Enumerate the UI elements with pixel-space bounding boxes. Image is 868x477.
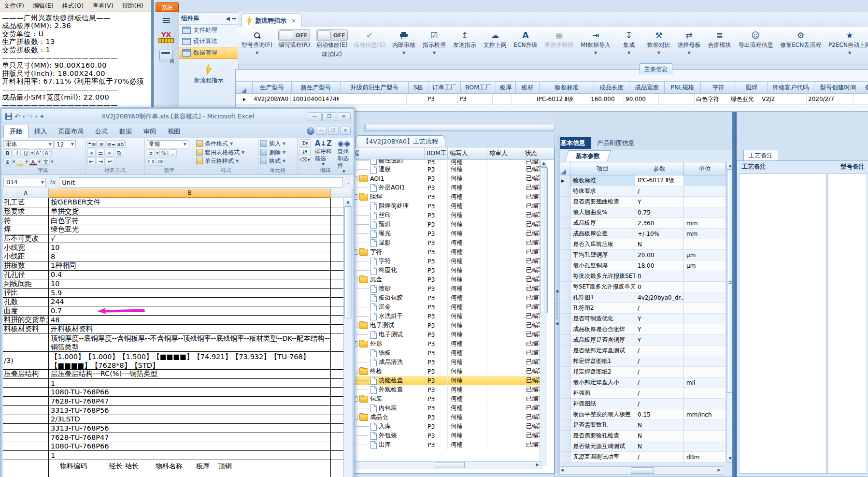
文控上网-button[interactable]: ☁文控上网 xyxy=(483,29,508,50)
process-remarks-area[interactable] xyxy=(739,173,827,474)
align-center-icon[interactable]: ☰ xyxy=(97,149,105,157)
align-top-icon[interactable]: 🞁≡ xyxy=(87,140,97,148)
param-row[interactable]: 成品板厚2.360mm xyxy=(556,218,726,229)
param-row[interactable]: 成品板厚是否含阻焊Y xyxy=(556,324,726,335)
cancel-button[interactable]: 取消(Z) xyxy=(322,50,342,58)
align-middle-icon[interactable]: ≡ xyxy=(98,140,106,148)
menu-item[interactable]: 格式(O) xyxy=(62,2,84,10)
param-row[interactable]: 无源互调测试功率/dBm xyxy=(556,452,726,463)
sheet-row[interactable]: 形要求单拼交货 xyxy=(3,207,352,217)
flow-node-step[interactable]: 丝印P3何楠已编写 xyxy=(345,211,547,220)
套用表格格式-button[interactable]: 套用表格格式▼ xyxy=(196,148,256,157)
grid-column-header[interactable]: 新生产型号 xyxy=(292,81,341,94)
param-value[interactable]: +/-10% xyxy=(635,229,684,239)
param-item[interactable]: 是否做邦定焊盘测试 xyxy=(570,346,635,356)
close-tab-icon[interactable]: × xyxy=(291,17,296,24)
flow-node-step[interactable]: 沉金P3何楠已编写 xyxy=(345,303,547,312)
grid-column-header[interactable]: 生产型号 xyxy=(253,81,292,94)
flow-node-step[interactable]: 退膜P3何楠已编写 xyxy=(345,165,547,174)
flow-node-step[interactable]: 入库P3何楠已编写 xyxy=(345,422,547,431)
fill-color-button[interactable]: ◌ xyxy=(16,158,24,166)
flow-column-header[interactable]: 编写人 xyxy=(448,147,487,159)
sheet-row[interactable]: 到线间距10 xyxy=(3,279,352,289)
sheet-row[interactable]: 拼板数1种相同 xyxy=(3,261,352,271)
panel-splitter[interactable] xyxy=(732,112,737,477)
param-row[interactable]: 特殊要求/ xyxy=(556,186,726,197)
grid-cell[interactable] xyxy=(512,94,535,105)
param-row[interactable]: 最大翘曲度%0.75 xyxy=(556,207,726,218)
increase-indent-icon[interactable]: ⇥ xyxy=(97,158,105,165)
P2ECN自动上网-button[interactable]: ★P2ECN自动上网▼ xyxy=(827,29,868,56)
new-flow-indication-button[interactable]: 新流程指示 xyxy=(179,64,238,85)
excel-tab-视图[interactable]: 视图 xyxy=(162,125,186,138)
sheet-row[interactable]: 1 xyxy=(3,379,352,388)
main-info-tab[interactable]: 主要信息 xyxy=(640,63,672,74)
sheet-row[interactable]: 小线宽10 xyxy=(3,243,352,252)
param-value[interactable]: N xyxy=(635,431,684,441)
param-value[interactable]: Y xyxy=(635,335,684,346)
grid-column-header[interactable]: 终端客户代码 xyxy=(768,81,814,94)
hamburger-icon[interactable]: ≡ xyxy=(161,15,171,26)
单元格样式-button[interactable]: 单元格样式▼ xyxy=(196,157,256,165)
grow-font-button[interactable]: A˄ xyxy=(34,149,43,157)
sheet-row[interactable]: 曲度0.7 xyxy=(3,306,352,316)
param-value[interactable]: 18.00 xyxy=(635,260,684,271)
sheet-row[interactable]: 孔工艺按GERBER文件 xyxy=(3,198,352,207)
grid-cell[interactable] xyxy=(493,94,512,105)
clear-icon[interactable]: ⌫▾ xyxy=(299,156,311,163)
excel-tab-审阅[interactable]: 审阅 xyxy=(138,125,162,138)
sheet-vscrollbar[interactable]: ▲ xyxy=(343,198,352,477)
param-item[interactable]: 补强面 xyxy=(570,388,635,399)
flow-node-step[interactable]: 喷砂P3何楠已编写 xyxy=(345,284,547,293)
grid-cell[interactable]: ▸ xyxy=(236,94,252,105)
align-bottom-icon[interactable]: ≡🞃 xyxy=(107,140,116,148)
flow-node-step[interactable]: 酸性蚀刻P3何楠已编写 xyxy=(345,159,547,165)
flow-node-step[interactable]: 字符P3何楠已编写 xyxy=(345,257,547,266)
accounting-format-icon[interactable]: ¤ xyxy=(147,149,155,157)
grid-column-header[interactable]: 创建人 xyxy=(862,81,868,94)
nav-back-icon[interactable]: ◀ xyxy=(226,15,229,22)
param-item[interactable]: 最小邦定焊盘大小 xyxy=(570,377,635,388)
grid-cell[interactable]: 4V2J20BYA0 xyxy=(252,94,291,105)
chevron-down-icon[interactable]: ▼ xyxy=(848,51,851,55)
grid-column-header[interactable]: 板厚 xyxy=(496,81,516,94)
param-value[interactable]: N xyxy=(635,441,684,452)
grid-column-header[interactable]: PNL规格 xyxy=(665,81,701,94)
chevron-down-icon[interactable]: ▼ xyxy=(657,51,660,55)
tab-产品剖面信息[interactable]: 产品剖面信息 xyxy=(591,137,640,149)
修复ECN丢流程-button[interactable]: ⚙修复ECN丢流程 xyxy=(779,29,822,50)
excel-tab-开始[interactable]: 开始 xyxy=(3,125,28,138)
flow-node-step[interactable]: 内包装P3何楠已编写 xyxy=(345,404,547,413)
flow-node-group[interactable]: -沉金P3何楠已编写 xyxy=(345,275,547,284)
autosum-icon[interactable]: Σ▾ xyxy=(299,139,311,147)
menu-item[interactable]: 帮助(H) xyxy=(122,2,143,10)
excel-tab-页面布局[interactable]: 页面布局 xyxy=(53,125,89,138)
italic-button[interactable]: I xyxy=(13,149,21,157)
grid-cell[interactable]: 160.000 xyxy=(589,94,624,105)
excel-tab-数据[interactable]: 数据 xyxy=(114,125,138,138)
merge-center-icon[interactable]: ⧉ xyxy=(115,149,123,157)
flow-node-group[interactable]: -终检P3何楠已编写 xyxy=(345,367,547,376)
params-column-header[interactable]: 单位 xyxy=(684,162,726,175)
param-item[interactable]: 板面平整度的最大极差 xyxy=(570,409,635,420)
font-size-select[interactable]: 12▼ xyxy=(55,140,76,148)
param-value[interactable]: 0 xyxy=(635,282,684,292)
start-modify-toggle[interactable]: OFF 启动修改(E) 取消(Z) xyxy=(315,29,349,59)
param-value[interactable]: / xyxy=(635,303,684,314)
param-item[interactable]: 无源互调测试功率 xyxy=(570,452,635,463)
sheet-row[interactable]: 顶铜厚度--底铜厚度--含铜板厚--不含铜厚--顶残铜率--底残铜率--板材类型… xyxy=(3,333,352,351)
flow-vscrollbar[interactable]: ▲ xyxy=(540,159,547,466)
指示检查-button[interactable]: ☑指示检查▼ xyxy=(422,29,447,56)
集成-button[interactable]: ↧集成▼ xyxy=(617,29,641,56)
param-value[interactable]: / xyxy=(635,367,684,377)
grid-cell[interactable]: P3 xyxy=(426,94,458,105)
flow-node-step[interactable]: 功能检查P3何楠已编写 xyxy=(345,376,547,385)
scrollbar-thumb[interactable] xyxy=(365,125,555,131)
select-all-icon[interactable] xyxy=(561,169,566,174)
calculator-link-icon[interactable] xyxy=(159,50,173,61)
chevron-down-icon[interactable]: ▼ xyxy=(402,51,405,55)
toggle-off-switch[interactable]: OFF xyxy=(278,29,310,41)
param-value[interactable]: / xyxy=(635,356,684,367)
flow-node-step[interactable]: 曝光P3何楠已编写 xyxy=(345,229,547,238)
param-row[interactable]: 是否可制造优化Y xyxy=(556,314,726,324)
